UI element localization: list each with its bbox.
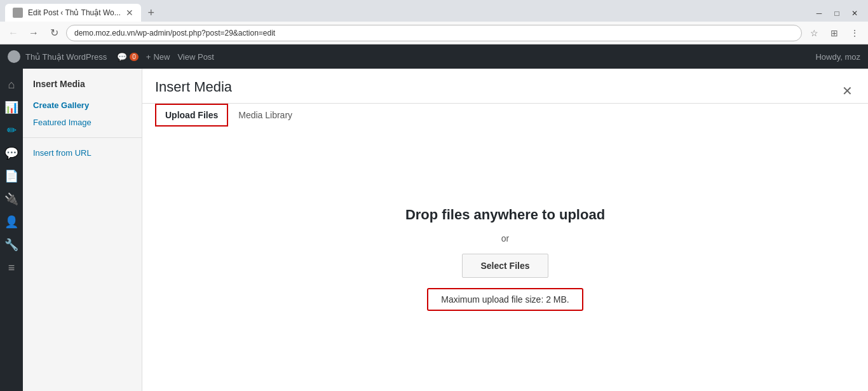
max-upload-notice: Maximum upload file size: 2 MB. — [427, 288, 583, 311]
media-library-tab[interactable]: Media Library — [228, 104, 302, 127]
sidebar-icon-analytics[interactable]: 📊 — [0, 97, 23, 118]
wp-layout: ⌂ 📊 ✏ 💬 📄 🔌 👤 🔧 ≡ Insert Media Create Ga… — [0, 69, 868, 391]
tab-favicon — [13, 8, 23, 18]
insert-from-url-link[interactable]: Insert from URL — [23, 144, 142, 161]
upload-files-tab[interactable]: Upload Files — [155, 104, 228, 127]
forward-button[interactable]: → — [25, 25, 42, 41]
sidebar-icon-settings[interactable]: ≡ — [0, 257, 23, 278]
modal-header: Insert Media ✕ — [142, 69, 868, 104]
tab-close-icon[interactable]: ✕ — [126, 8, 133, 18]
new-label: New — [153, 52, 170, 62]
browser-chrome: Edit Post ‹ Thủ Thuật Wo... ✕ + ─ □ ✕ ← … — [0, 0, 868, 45]
insert-media-main: Insert Media ✕ Upload Files Media Librar… — [142, 69, 868, 391]
wp-sidebar: ⌂ 📊 ✏ 💬 📄 🔌 👤 🔧 ≡ — [0, 69, 23, 391]
sidebar-icon-tools[interactable]: 🔧 — [0, 234, 23, 256]
wp-logo-icon — [8, 50, 20, 63]
comment-count-badge: 0 — [130, 53, 139, 61]
browser-title-bar: Edit Post ‹ Thủ Thuật Wo... ✕ + ─ □ ✕ — [0, 0, 868, 22]
url-text: demo.moz.edu.vn/wp-admin/post.php?post=2… — [74, 29, 275, 38]
sidebar-divider — [23, 137, 142, 138]
star-icon[interactable]: ☆ — [806, 25, 822, 41]
minimize-button[interactable]: ─ — [811, 5, 827, 22]
url-bar[interactable]: demo.moz.edu.vn/wp-admin/post.php?post=2… — [66, 25, 802, 41]
tab-container: Upload Files Media Library — [142, 104, 868, 127]
site-name-label: Thủ Thuật WordPress — [25, 52, 107, 62]
or-text: or — [501, 233, 509, 244]
featured-image-link[interactable]: Featured Image — [23, 114, 142, 131]
insert-media-title: Insert Media — [23, 79, 142, 97]
site-name[interactable]: Thủ Thuật WordPress — [25, 52, 107, 62]
close-button[interactable]: ✕ — [846, 5, 863, 22]
modal-close-button[interactable]: ✕ — [839, 83, 855, 99]
settings-icon[interactable]: ⋮ — [846, 25, 863, 41]
create-gallery-link[interactable]: Create Gallery — [23, 97, 142, 114]
sidebar-icon-plugins[interactable]: 🔌 — [0, 188, 23, 210]
wp-admin-bar: Thủ Thuật WordPress 💬 0 + New View Post … — [0, 45, 868, 69]
view-post-bar-item[interactable]: View Post — [177, 52, 214, 62]
modal-title: Insert Media — [155, 79, 232, 103]
back-button[interactable]: ← — [5, 25, 22, 41]
sidebar-icon-pages[interactable]: 📄 — [0, 165, 23, 187]
maximize-button[interactable]: □ — [829, 5, 845, 22]
new-bar-item[interactable]: + New — [146, 52, 170, 62]
browser-controls: ← → ↻ demo.moz.edu.vn/wp-admin/post.php?… — [0, 22, 868, 45]
extensions-icon[interactable]: ⊞ — [826, 25, 843, 41]
drop-files-text: Drop files anywhere to upload — [405, 207, 605, 223]
howdy-label: Howdy, moz — [815, 52, 860, 62]
sidebar-icon-posts[interactable]: ✏ — [0, 120, 23, 141]
browser-tab[interactable]: Edit Post ‹ Thủ Thuật Wo... ✕ — [5, 4, 141, 22]
refresh-button[interactable]: ↻ — [46, 25, 62, 41]
select-files-button[interactable]: Select Files — [462, 254, 548, 278]
upload-area: Drop files anywhere to upload or Select … — [142, 127, 868, 391]
insert-media-sidebar: Insert Media Create Gallery Featured Ima… — [23, 69, 142, 391]
tab-title: Edit Post ‹ Thủ Thuật Wo... — [28, 8, 121, 17]
view-post-label: View Post — [177, 52, 214, 62]
comments-bar-item[interactable]: 💬 0 — [117, 52, 139, 62]
new-tab-button[interactable]: + — [142, 4, 160, 22]
plus-icon: + — [146, 52, 151, 62]
sidebar-icon-comments[interactable]: 💬 — [0, 142, 23, 164]
sidebar-icon-home[interactable]: ⌂ — [0, 74, 23, 95]
window-controls: ─ □ ✕ — [811, 5, 863, 22]
sidebar-icon-users[interactable]: 👤 — [0, 211, 23, 233]
comment-icon: 💬 — [117, 52, 127, 62]
